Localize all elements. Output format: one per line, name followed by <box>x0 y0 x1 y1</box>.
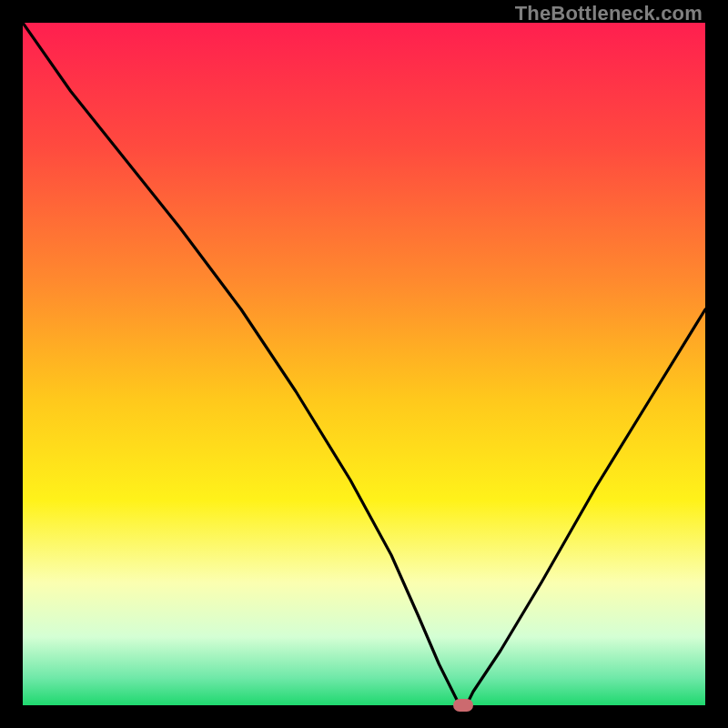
gradient-background <box>23 23 705 705</box>
svg-rect-0 <box>23 23 705 705</box>
optimal-marker <box>453 699 473 712</box>
plot-area <box>23 23 705 705</box>
chart-frame: TheBottleneck.com <box>0 0 728 728</box>
